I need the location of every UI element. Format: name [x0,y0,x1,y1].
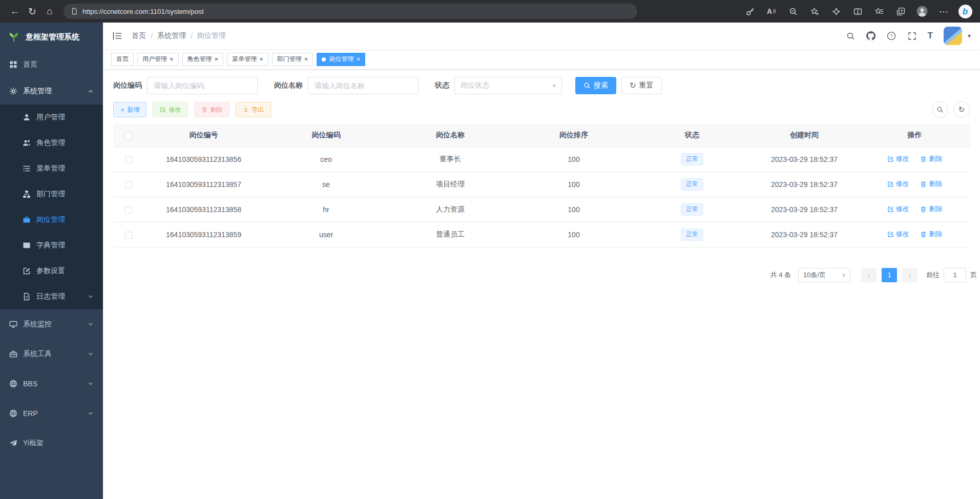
sprout-logo-icon [7,30,20,44]
tab-post-mgmt[interactable]: 岗位管理 × [317,53,365,66]
sidebar-item-dept-mgmt[interactable]: 部门管理 [0,181,103,207]
browser-profile-avatar[interactable] [913,3,931,19]
system-submenu: 用户管理 角色管理 菜单管理 部门管理 岗位管理 字典管理 [0,105,103,309]
split-screen-icon[interactable] [849,3,866,19]
row-edit-button[interactable]: 修改 [887,154,909,163]
chevron-down-icon [88,351,94,357]
edit-button[interactable]: 修改 [153,102,188,117]
search-button[interactable]: 搜索 [575,77,616,94]
sidebar-item-system-mgmt[interactable]: 系统管理 [0,78,103,105]
back-icon[interactable]: ← [6,3,24,19]
fullscreen-icon[interactable] [907,31,917,41]
row-delete-button[interactable]: 删除 [920,230,942,239]
favorite-add-icon[interactable] [806,3,823,19]
reset-button[interactable]: ↻ 重置 [621,77,662,94]
more-icon[interactable]: ⋯ [935,3,952,19]
status-select[interactable]: 岗位状态 ▾ [454,77,562,94]
row-edit-button[interactable]: 修改 [887,204,909,214]
read-aloud-icon[interactable]: A [763,3,780,19]
help-icon[interactable]: ? [887,31,896,41]
row-delete-button[interactable]: 删除 [920,204,942,214]
close-icon[interactable]: × [215,56,219,63]
select-all-checkbox[interactable] [125,132,132,139]
cell-post-name: 项目经理 [388,172,512,197]
row-edit-button[interactable]: 修改 [887,179,909,189]
github-icon[interactable] [866,31,876,41]
row-checkbox[interactable] [125,232,132,239]
refresh-table-button[interactable]: ↻ [953,101,970,118]
refresh-icon[interactable]: ↻ [24,3,41,19]
cell-post-code: se [264,172,388,197]
close-icon[interactable]: × [170,56,174,63]
export-button[interactable]: 导出 [236,102,271,117]
edit-icon [887,231,894,238]
tab-home[interactable]: 首页 [111,53,134,66]
sidebar-toggle-icon[interactable] [112,31,122,41]
post-name-input[interactable] [308,77,419,94]
home-icon[interactable]: ⌂ [41,3,58,19]
table-header-row: 岗位编号 岗位编码 岗位名称 岗位排序 状态 创建时间 操作 [113,124,970,147]
essentials-icon[interactable] [827,3,845,19]
close-icon[interactable]: × [259,56,263,63]
post-code-input[interactable] [147,77,258,94]
close-icon[interactable]: × [304,56,308,63]
collections-icon[interactable] [892,3,909,19]
status-badge: 正常 [681,203,703,216]
goto-page-input[interactable] [944,268,966,282]
table-row[interactable]: 1641030593112313858 hr 人力资源 100 正常 2023-… [113,197,970,222]
tab-role-mgmt[interactable]: 角色管理 × [182,53,224,66]
row-checkbox[interactable] [125,206,132,214]
row-checkbox[interactable] [125,181,132,189]
sidebar-item-system-tools[interactable]: 系统工具 [0,339,103,369]
cell-post-code: hr [264,197,388,222]
search-icon[interactable] [846,31,856,41]
breadcrumb-home[interactable]: 首页 [132,31,146,40]
key-icon[interactable] [741,3,759,19]
table-row[interactable]: 1641030593112313856 ceo 董事长 100 正常 2023-… [113,147,970,172]
trash-icon [920,156,927,162]
row-checkbox[interactable] [125,156,132,163]
bing-icon[interactable]: b [956,3,974,19]
sidebar-item-post-mgmt[interactable]: 岗位管理 [0,207,103,233]
page-number-button[interactable]: 1 [882,268,897,282]
cell-post-code: ceo [264,147,388,172]
tab-dept-mgmt[interactable]: 部门管理 × [272,53,314,66]
tab-menu-mgmt[interactable]: 菜单管理 × [227,53,268,66]
user-avatar[interactable] [944,27,962,45]
row-edit-button[interactable]: 修改 [887,230,909,239]
sidebar-item-log-mgmt[interactable]: 日志管理 [0,284,103,309]
sidebar-item-user-mgmt[interactable]: 用户管理 [0,105,103,130]
caret-down-icon[interactable]: ▾ [968,32,971,39]
sidebar-item-param-settings[interactable]: 参数设置 [0,258,103,284]
breadcrumb-system-mgmt[interactable]: 系统管理 [157,31,186,40]
cell-created: 2023-03-29 18:52:37 [749,172,860,197]
close-icon[interactable]: × [356,56,360,63]
sidebar-item-menu-mgmt[interactable]: 菜单管理 [0,156,103,181]
table-row[interactable]: 1641030593112313859 user 普通员工 100 正常 202… [113,222,970,247]
sidebar-item-erp[interactable]: ERP [0,399,103,428]
prev-page-button[interactable]: ‹ [861,268,877,282]
table-row[interactable]: 1641030593112313857 se 项目经理 100 正常 2023-… [113,172,970,197]
delete-button[interactable]: 删除 [194,102,230,117]
page-size-select[interactable]: 10条/页 ▾ [798,268,850,282]
paper-plane-icon [9,439,17,447]
sidebar-item-yi-framework[interactable]: Yi框架 [0,428,103,458]
row-delete-button[interactable]: 删除 [920,179,942,189]
sidebar-item-system-monitor[interactable]: 系统监控 [0,309,103,339]
sidebar-item-role-mgmt[interactable]: 角色管理 [0,130,103,156]
toggle-search-button[interactable] [932,101,948,118]
tab-user-mgmt[interactable]: 用户管理 × [137,53,179,66]
sidebar-item-dict-mgmt[interactable]: 字典管理 [0,233,103,258]
favorites-icon[interactable] [870,3,888,19]
dashboard-icon [9,60,17,69]
address-bar[interactable]: https://ccnetcore.com:1101/system/post [64,4,637,19]
org-tree-icon [23,190,31,198]
row-delete-button[interactable]: 删除 [920,154,942,163]
svg-text:?: ? [890,33,892,38]
zoom-icon[interactable] [784,3,802,19]
add-button[interactable]: + 新增 [113,102,147,117]
sidebar-item-bbs[interactable]: BBS [0,369,103,399]
sidebar-item-home[interactable]: 首页 [0,51,103,78]
text-size-icon[interactable]: T [928,31,933,41]
next-page-button[interactable]: › [902,268,918,282]
